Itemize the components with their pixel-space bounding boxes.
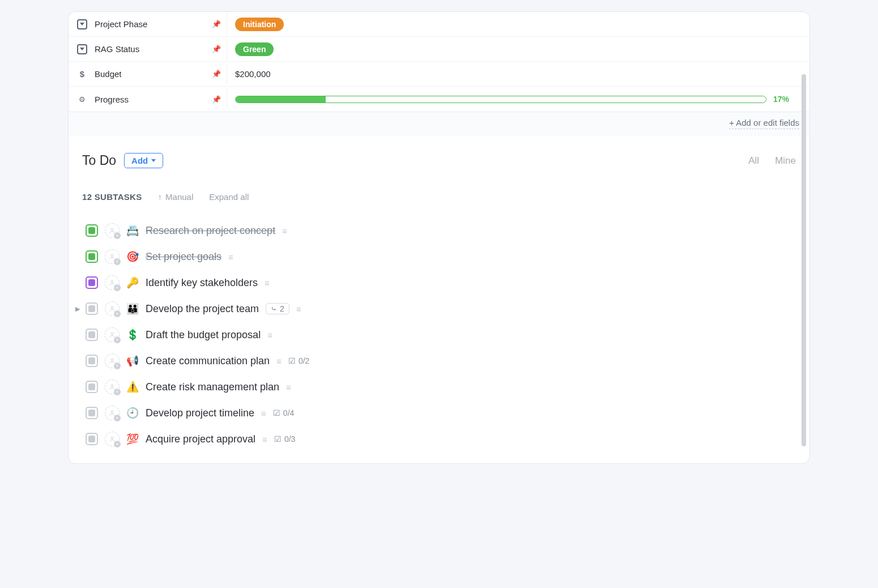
field-label: ⚙ Progress 📌	[69, 89, 227, 110]
task-row[interactable]: ▶👪Develop the project team⤷2≡	[86, 296, 796, 322]
tasks-list: 📇Research on project concept≡🎯Set projec…	[82, 218, 796, 452]
assignee-add-icon[interactable]	[105, 353, 120, 368]
field-project-phase: Project Phase 📌 Initiation	[69, 12, 809, 37]
status-checkbox[interactable]	[86, 381, 98, 393]
task-row[interactable]: 💲Draft the budget proposal≡	[86, 322, 796, 348]
assignee-add-icon[interactable]	[105, 301, 120, 316]
status-checkbox[interactable]	[86, 329, 98, 341]
status-checkbox[interactable]	[86, 433, 98, 445]
svg-point-7	[111, 411, 113, 413]
dollar-icon: $	[76, 69, 88, 79]
pin-icon[interactable]: 📌	[212, 45, 221, 53]
checklist-value: 0/4	[283, 408, 294, 417]
task-menu-icon[interactable]: ≡	[262, 434, 267, 444]
assignee-add-icon[interactable]	[105, 327, 120, 342]
subtask-icon: ⤷	[271, 305, 277, 313]
project-card: Project Phase 📌 Initiation RAG Status 📌 …	[68, 11, 810, 464]
status-checkbox[interactable]	[86, 302, 98, 315]
checklist-icon: ☑	[288, 356, 296, 365]
progress-bar[interactable]	[235, 96, 766, 103]
task-row[interactable]: 🎯Set project goals≡	[86, 244, 796, 270]
checklist-icon: ☑	[273, 408, 280, 417]
subtask-count-chip[interactable]: ⤷2	[266, 303, 289, 314]
pin-icon[interactable]: 📌	[212, 95, 221, 104]
task-title: Set project goals	[146, 251, 221, 263]
field-label: Project Phase 📌	[69, 14, 227, 35]
field-value[interactable]: $200,000	[227, 65, 809, 83]
assignee-add-icon[interactable]	[105, 380, 120, 394]
fields-footer: + Add or edit fields	[69, 112, 809, 136]
sort-label: Manual	[165, 192, 193, 202]
task-menu-icon[interactable]: ≡	[286, 382, 291, 392]
field-value: 17%	[227, 90, 809, 108]
task-menu-icon[interactable]: ≡	[267, 330, 272, 340]
checklist-count[interactable]: ☑0/4	[273, 408, 294, 417]
assignee-add-icon[interactable]	[105, 223, 120, 238]
task-menu-icon[interactable]: ≡	[228, 252, 233, 262]
progress-wrapper: 17%	[235, 95, 802, 104]
field-name: Progress	[95, 95, 129, 104]
svg-point-6	[111, 385, 113, 387]
svg-point-5	[111, 359, 113, 361]
task-title: Acquire project approval	[146, 433, 255, 445]
task-row[interactable]: ⚠️Create risk management plan≡	[86, 374, 796, 400]
svg-point-4	[111, 333, 113, 335]
task-row[interactable]: 🔑Identify key stakeholders≡	[86, 270, 796, 296]
task-menu-icon[interactable]: ≡	[282, 226, 287, 236]
task-menu-icon[interactable]: ≡	[265, 278, 270, 288]
pin-icon[interactable]: 📌	[212, 20, 221, 28]
task-title: Research on project concept	[146, 225, 275, 237]
task-emoji-icon: 📢	[126, 355, 139, 367]
status-checkbox[interactable]	[86, 250, 98, 263]
task-menu-icon[interactable]: ≡	[276, 356, 282, 366]
task-title: Develop the project team	[146, 303, 259, 315]
field-name: Budget	[95, 69, 122, 79]
field-rag-status: RAG Status 📌 Green	[69, 37, 809, 62]
assignee-add-icon[interactable]	[105, 406, 120, 420]
dropdown-icon	[76, 19, 88, 29]
task-title: Draft the budget proposal	[146, 329, 261, 341]
assignee-add-icon[interactable]	[105, 275, 120, 290]
todo-section: To Do Add All Mine 12 SUBTASKS ↑ Manual …	[69, 136, 809, 463]
task-emoji-icon: 💯	[126, 433, 139, 445]
rag-badge: Green	[235, 42, 274, 56]
add-button[interactable]: Add	[124, 153, 163, 168]
progress-percent: 17%	[773, 95, 789, 104]
task-row[interactable]: 📇Research on project concept≡	[86, 218, 796, 244]
task-menu-icon[interactable]: ≡	[261, 408, 266, 418]
add-edit-fields-link[interactable]: + Add or edit fields	[729, 118, 799, 129]
sort-manual[interactable]: ↑ Manual	[158, 192, 194, 202]
task-emoji-icon: 👪	[126, 302, 139, 315]
subtask-count: 2	[280, 304, 284, 313]
task-row[interactable]: 📢Create communication plan≡☑0/2	[86, 348, 796, 374]
subtasks-meta: 12 SUBTASKS ↑ Manual Expand all	[82, 192, 796, 202]
status-checkbox[interactable]	[86, 224, 98, 237]
task-title: Develop project timeline	[146, 407, 254, 419]
pin-icon[interactable]: 📌	[212, 70, 221, 78]
arrow-up-icon: ↑	[158, 192, 163, 202]
task-title: Create risk management plan	[146, 381, 279, 393]
expand-all[interactable]: Expand all	[209, 192, 249, 202]
task-row[interactable]: 💯Acquire project approval≡☑0/3	[86, 426, 796, 452]
svg-point-0	[111, 228, 113, 231]
field-value[interactable]: Initiation	[227, 13, 809, 36]
checklist-count[interactable]: ☑0/2	[288, 356, 309, 365]
progress-icon: ⚙	[76, 95, 88, 104]
checklist-count[interactable]: ☑0/3	[274, 434, 295, 444]
task-row[interactable]: 🕘Develop project timeline≡☑0/4	[86, 400, 796, 426]
task-menu-icon[interactable]: ≡	[296, 304, 301, 314]
task-emoji-icon: 🔑	[126, 276, 139, 289]
checklist-value: 0/3	[284, 434, 295, 444]
subtasks-count: 12 SUBTASKS	[82, 192, 142, 202]
filter-mine[interactable]: Mine	[775, 155, 796, 167]
assignee-add-icon[interactable]	[105, 432, 120, 446]
status-checkbox[interactable]	[86, 407, 98, 419]
fields-section: Project Phase 📌 Initiation RAG Status 📌 …	[69, 12, 809, 112]
filter-all[interactable]: All	[748, 155, 759, 167]
field-value[interactable]: Green	[227, 38, 809, 61]
scrollbar[interactable]	[802, 74, 806, 446]
expand-icon[interactable]: ▶	[75, 305, 80, 313]
status-checkbox[interactable]	[86, 355, 98, 367]
status-checkbox[interactable]	[86, 276, 98, 289]
assignee-add-icon[interactable]	[105, 249, 120, 264]
